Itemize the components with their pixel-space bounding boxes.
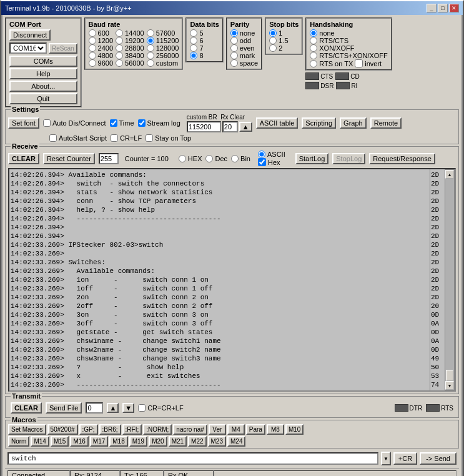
baud-14400[interactable] [116, 29, 123, 37]
set-macros-button[interactable]: Set Macros [8, 424, 46, 435]
stay-on-top-check[interactable] [146, 134, 153, 142]
macro-btn-M19[interactable]: M19 [129, 436, 147, 447]
parity-none[interactable] [230, 29, 238, 37]
close-button[interactable]: ✕ [449, 4, 459, 12]
scripting-button[interactable]: Scripting [302, 117, 336, 129]
fmt-hex[interactable] [179, 155, 186, 162]
start-log-button[interactable]: StartLog [295, 153, 329, 164]
macro-btn--GP-[interactable]: :GP; [79, 424, 98, 435]
baud-2400[interactable] [89, 44, 96, 52]
custom-br-input[interactable] [187, 121, 221, 132]
scroll-thumb[interactable] [446, 370, 453, 381]
hs-none[interactable] [310, 29, 317, 37]
command-dropdown-button[interactable]: ▼ [381, 452, 391, 465]
macro-btn-M17[interactable]: M17 [90, 436, 108, 447]
time-check[interactable] [110, 119, 117, 127]
macro-btn--NORM-[interactable]: :NORM; [143, 424, 172, 435]
databits-6[interactable] [190, 37, 197, 44]
stopbits-15[interactable] [269, 37, 277, 44]
baud-600[interactable] [89, 29, 96, 37]
maximize-button[interactable]: □ [438, 4, 448, 12]
quit-button[interactable]: Quit [9, 93, 77, 104]
parity-even[interactable] [230, 44, 238, 52]
macro-btn--RFI-[interactable]: :RFI; [122, 424, 142, 435]
macro-btn-Norm[interactable]: Norm [8, 436, 29, 447]
cr-lf-check[interactable] [111, 134, 118, 142]
macro-btn-M4[interactable]: M4 [227, 424, 245, 435]
fmt-bin[interactable] [231, 155, 239, 162]
hs-rtson[interactable] [310, 60, 317, 67]
baud-9600[interactable] [89, 59, 96, 67]
autostart-check[interactable] [49, 134, 57, 142]
macro-btn-M16[interactable]: M16 [70, 436, 88, 447]
graph-button[interactable]: Graph [340, 117, 367, 129]
baud-56000[interactable] [116, 59, 123, 67]
send-button[interactable]: -> Send [420, 452, 457, 465]
help-button[interactable]: Help [9, 68, 77, 79]
remote-button[interactable]: Remote [370, 117, 402, 129]
parity-space[interactable] [230, 59, 238, 67]
baud-19200[interactable] [116, 37, 123, 44]
parity-odd[interactable] [230, 37, 238, 44]
macro-btn-M10[interactable]: M10 [285, 424, 304, 435]
macro-btn--BR6-[interactable]: :BR6; [99, 424, 121, 435]
baud-custom[interactable] [147, 59, 154, 67]
macro-btn-M21[interactable]: M21 [169, 436, 187, 447]
transmit-value-input[interactable] [86, 402, 103, 414]
transmit-spindown[interactable]: ▼ [122, 403, 134, 413]
transmit-clear-button[interactable]: CLEAR [11, 402, 42, 414]
rescan-button[interactable]: ReScan [49, 43, 77, 54]
databits-8[interactable] [190, 52, 197, 59]
scroll-down-button[interactable]: ▼ [445, 381, 454, 390]
baud-4800[interactable] [89, 52, 96, 59]
macro-btn-50-200-[interactable]: 50#200# [47, 424, 78, 435]
macro-btn-nacro-na-[interactable]: nacro na# [173, 424, 207, 435]
fmt-dec[interactable] [205, 155, 213, 162]
hs-rtscts[interactable] [310, 37, 317, 44]
receive-clear-button[interactable]: CLEAR [8, 153, 39, 164]
request-response-button[interactable]: Request/Response [369, 153, 435, 164]
parity-mark[interactable] [230, 52, 238, 59]
macro-btn-M22[interactable]: M22 [188, 436, 206, 447]
stop-log-button[interactable]: StopLog [332, 153, 365, 164]
cr-crlf-check[interactable] [138, 404, 146, 412]
macro-btn-M18[interactable]: M18 [109, 436, 127, 447]
command-input[interactable] [7, 452, 378, 465]
macro-btn-M23[interactable]: M23 [208, 436, 226, 447]
stopbits-1[interactable] [269, 29, 277, 37]
terminal-vscroll[interactable]: ▲ ▼ [445, 169, 455, 390]
scroll-up-button[interactable]: ▲ [445, 170, 454, 179]
rx-clear-spinup[interactable]: ▲ [239, 122, 252, 132]
com-port-select[interactable]: COM16 COM1 COM2 [9, 42, 47, 54]
baud-256000[interactable] [147, 52, 154, 59]
baud-38400[interactable] [116, 52, 123, 59]
macro-btn-M24[interactable]: M24 [227, 436, 245, 447]
send-file-button[interactable]: Send File [46, 402, 82, 414]
transmit-spinup[interactable]: ▲ [107, 403, 119, 413]
minimize-button[interactable]: _ [427, 4, 437, 12]
baud-115200[interactable] [147, 37, 154, 44]
databits-7[interactable] [190, 44, 197, 52]
databits-5[interactable] [190, 29, 197, 37]
ascii-table-button[interactable]: ASCII table [256, 117, 299, 129]
baud-1200[interactable] [89, 37, 96, 44]
coms-button[interactable]: COMs [9, 56, 77, 67]
about-button[interactable]: About... [9, 81, 77, 92]
hs-both[interactable] [310, 52, 317, 59]
macro-btn-Ver[interactable]: Ver [209, 424, 226, 435]
macro-btn-Para[interactable]: Para [246, 424, 265, 435]
counter-max-input[interactable] [99, 153, 119, 164]
auto-dis-connect-check[interactable] [43, 119, 51, 127]
disconnect-button[interactable]: Disconnect [9, 29, 51, 41]
fmt2-hex-check[interactable] [258, 158, 266, 166]
macro-btn-M8[interactable]: M8 [267, 424, 284, 435]
baud-57600[interactable] [147, 29, 154, 37]
stream-log-check[interactable] [138, 119, 146, 127]
set-font-button[interactable]: Set font [8, 117, 39, 129]
hs-invert[interactable] [355, 59, 363, 67]
macro-btn-M14[interactable]: M14 [31, 436, 49, 447]
rx-clear-input[interactable] [222, 121, 238, 132]
stopbits-2[interactable] [269, 44, 277, 52]
baud-28800[interactable] [116, 44, 123, 52]
fmt2-ascii[interactable] [258, 151, 265, 158]
